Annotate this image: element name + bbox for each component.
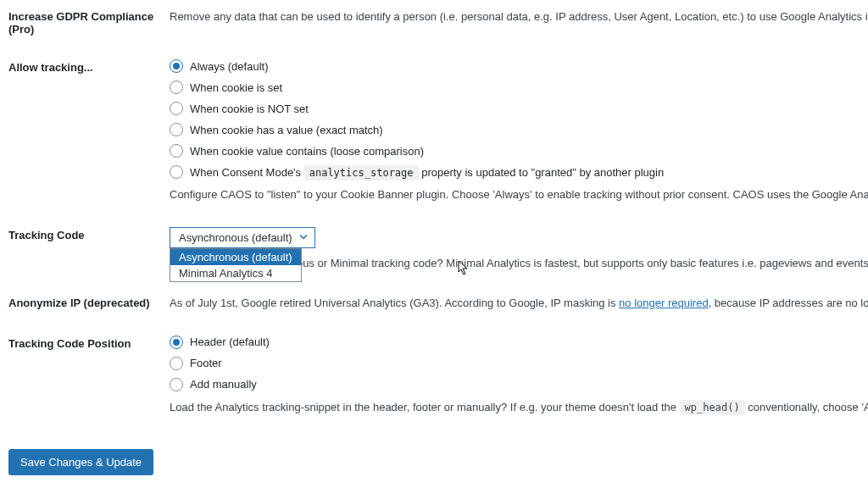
tracking-code-dropdown: Asynchronous (default) Minimal Analytics… [170, 248, 302, 282]
radio-icon [170, 59, 183, 73]
radio-icon [170, 144, 183, 158]
tracking-option-consent-mode[interactable]: When Consent Mode's analytics_storage pr… [170, 165, 868, 179]
anonymize-ip-label: Anonymize IP (deprecated) [8, 295, 170, 309]
tracking-option-cookie-value[interactable]: When cookie has a value (exact match) [170, 123, 868, 136]
radio-icon [170, 165, 183, 179]
tracking-code-select[interactable]: Asynchronous (default) [170, 227, 315, 248]
dropdown-option-minimal[interactable]: Minimal Analytics 4 [170, 265, 301, 281]
position-option-footer[interactable]: Footer [170, 357, 868, 370]
allow-tracking-label: Allow tracking... [8, 59, 170, 74]
radio-label: Footer [190, 357, 222, 369]
tracking-option-always[interactable]: Always (default) [170, 59, 868, 73]
save-button[interactable]: Save Changes & Update [8, 449, 153, 475]
radio-label: When cookie is set [190, 81, 282, 94]
anonymize-link[interactable]: no longer required [619, 297, 709, 309]
tracking-option-cookie-set[interactable]: When cookie is set [170, 80, 868, 94]
dropdown-option-async[interactable]: Asynchronous (default) [170, 249, 301, 265]
chevron-down-icon [299, 231, 308, 244]
radio-label: When cookie value contains (loose compar… [190, 145, 424, 158]
code-position-label: Tracking Code Position [8, 336, 170, 350]
gdpr-description: Remove any data that can be used to iden… [170, 8, 868, 25]
tracking-help: Configure CAOS to "listen" to your Cooki… [170, 186, 868, 203]
position-option-manual[interactable]: Add manually [170, 378, 868, 391]
tracking-option-cookie-not-set[interactable]: When cookie is NOT set [170, 102, 868, 115]
position-help: Load the Analytics tracking-snippet in t… [170, 399, 868, 416]
radio-label: When Consent Mode's analytics_storage pr… [190, 166, 664, 179]
radio-label: When cookie has a value (exact match) [190, 124, 383, 136]
position-option-header[interactable]: Header (default) [170, 336, 868, 349]
radio-icon [170, 102, 183, 115]
anonymize-ip-help: As of July 1st, Google retired Universal… [170, 295, 868, 312]
radio-label: Always (default) [190, 60, 268, 73]
radio-icon [170, 357, 183, 370]
radio-icon [170, 336, 183, 349]
gdpr-label: Increase GDPR Compliance (Pro) [8, 8, 170, 36]
tracking-code-label: Tracking Code [8, 227, 170, 241]
radio-label: Add manually [190, 378, 257, 391]
radio-label: Header (default) [190, 336, 270, 348]
radio-icon [170, 80, 183, 94]
radio-icon [170, 123, 183, 136]
radio-icon [170, 378, 183, 391]
tracking-option-cookie-contains[interactable]: When cookie value contains (loose compar… [170, 144, 868, 158]
radio-label: When cookie is NOT set [190, 103, 309, 115]
